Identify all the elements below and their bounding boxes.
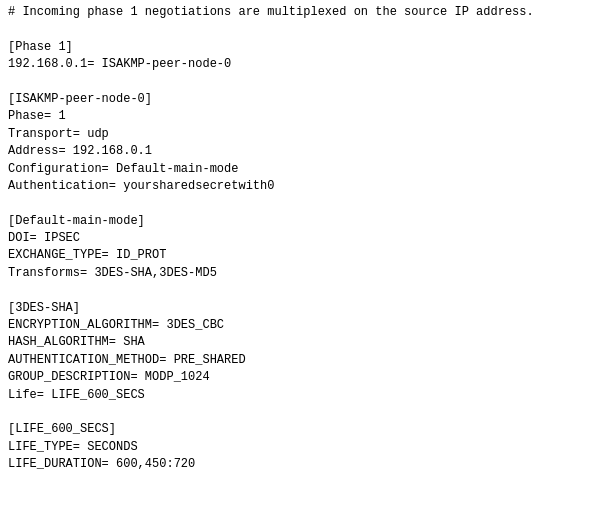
config-text-area: # Incoming phase 1 negotiations are mult…: [8, 4, 599, 474]
